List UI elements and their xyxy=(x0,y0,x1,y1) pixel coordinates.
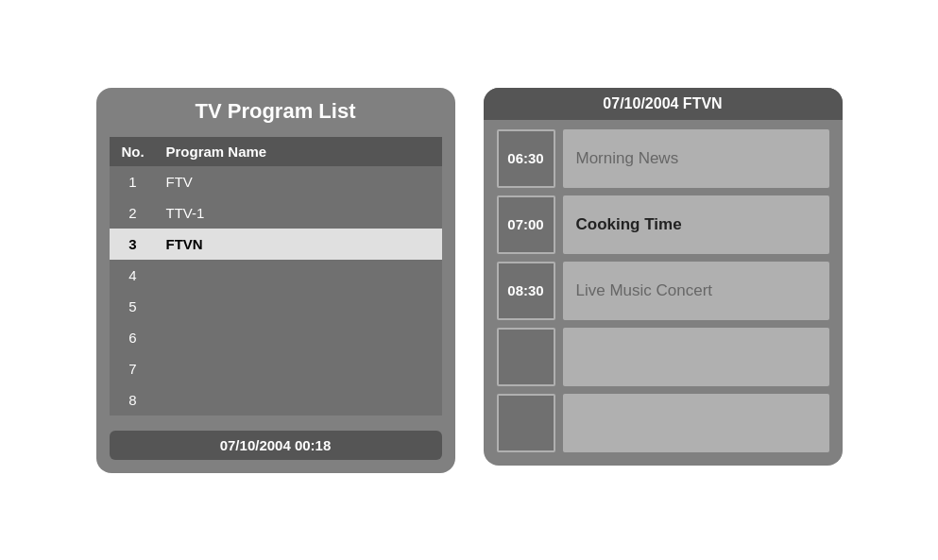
row-program-name: FTVN xyxy=(157,229,442,260)
col-header-no: No. xyxy=(110,137,157,166)
table-row[interactable]: 6 xyxy=(110,322,442,353)
schedule-row xyxy=(497,328,829,386)
table-row[interactable]: 8 xyxy=(110,384,442,416)
program-name: Morning News xyxy=(576,149,679,168)
time-box: 07:00 xyxy=(497,195,555,254)
table-row[interactable]: 5 xyxy=(110,291,442,322)
program-box: Morning News xyxy=(563,129,829,188)
program-box: Cooking Time xyxy=(563,195,829,254)
row-no: 4 xyxy=(110,260,157,291)
table-row[interactable]: 1FTV xyxy=(110,166,442,197)
main-container: TV Program List No. Program Name 1FTV2TT… xyxy=(96,88,843,473)
row-no: 1 xyxy=(110,166,157,197)
row-no: 5 xyxy=(110,291,157,322)
program-table: No. Program Name 1FTV2TTV-13FTVN45678 xyxy=(110,137,442,416)
table-header-row: No. Program Name xyxy=(110,137,442,166)
program-box xyxy=(563,394,829,452)
col-header-name: Program Name xyxy=(157,137,442,166)
schedule-row xyxy=(497,394,829,452)
schedule-row: 06:30Morning News xyxy=(497,129,829,188)
program-name: Live Music Concert xyxy=(576,281,713,300)
row-no: 6 xyxy=(110,322,157,353)
time-box xyxy=(497,394,555,452)
panel-title: TV Program List xyxy=(110,99,442,124)
table-row[interactable]: 4 xyxy=(110,260,442,291)
program-box: Live Music Concert xyxy=(563,262,829,320)
tv-program-list-panel: TV Program List No. Program Name 1FTV2TT… xyxy=(96,88,455,473)
row-program-name xyxy=(157,291,442,322)
row-no: 7 xyxy=(110,353,157,384)
time-box: 06:30 xyxy=(497,129,555,188)
row-no: 8 xyxy=(110,384,157,416)
program-name: Cooking Time xyxy=(576,215,682,234)
time-box xyxy=(497,328,555,386)
row-program-name xyxy=(157,384,442,416)
table-row[interactable]: 2TTV-1 xyxy=(110,197,442,229)
row-no: 3 xyxy=(110,229,157,260)
date-footer: 07/10/2004 00:18 xyxy=(110,431,442,460)
schedule-row: 07:00Cooking Time xyxy=(497,195,829,254)
schedule-header: 07/10/2004 FTVN xyxy=(484,88,843,120)
row-program-name: FTV xyxy=(157,166,442,197)
table-row[interactable]: 7 xyxy=(110,353,442,384)
program-box xyxy=(563,328,829,386)
schedule-body: 06:30Morning News07:00Cooking Time08:30L… xyxy=(484,120,843,466)
time-box: 08:30 xyxy=(497,262,555,320)
row-no: 2 xyxy=(110,197,157,229)
schedule-row: 08:30Live Music Concert xyxy=(497,262,829,320)
schedule-panel: 07/10/2004 FTVN 06:30Morning News07:00Co… xyxy=(484,88,843,466)
row-program-name xyxy=(157,353,442,384)
row-program-name xyxy=(157,322,442,353)
row-program-name: TTV-1 xyxy=(157,197,442,229)
row-program-name xyxy=(157,260,442,291)
table-row[interactable]: 3FTVN xyxy=(110,229,442,260)
